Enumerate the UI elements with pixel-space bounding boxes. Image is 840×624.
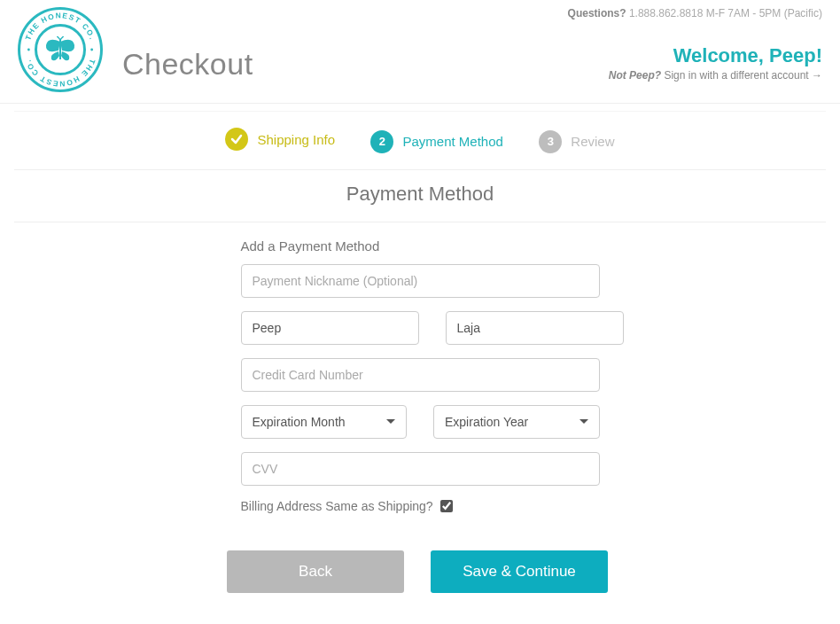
back-button[interactable]: Back bbox=[227, 550, 404, 593]
welcome-text: Welcome, Peep! bbox=[568, 44, 822, 67]
step-label: Shipping Info bbox=[257, 132, 335, 147]
brand-ring-text: THE HONEST CO. THE HONEST CO. bbox=[20, 10, 100, 90]
save-continue-button[interactable]: Save & Continue bbox=[431, 550, 608, 593]
header-right: Questions? 1.888.862.8818 M-F 7AM - 5PM … bbox=[568, 7, 822, 82]
expiration-month-select[interactable]: Expiration Month bbox=[241, 405, 408, 439]
svg-point-2 bbox=[27, 49, 30, 51]
billing-same-row: Billing Address Same as Shipping? bbox=[241, 499, 600, 513]
section-title: Payment Method bbox=[14, 170, 826, 222]
expiration-year-select[interactable]: Expiration Year bbox=[433, 405, 600, 439]
brand-logo[interactable]: THE HONEST CO. THE HONEST CO. bbox=[18, 7, 103, 92]
step-number: 3 bbox=[539, 130, 562, 153]
select-label: Expiration Year bbox=[445, 415, 528, 429]
svg-point-3 bbox=[90, 49, 93, 51]
questions-label: Questions? bbox=[568, 7, 626, 20]
form-subhead: Add a Payment Method bbox=[241, 238, 600, 254]
not-you-line: Not Peep? Sign in with a different accou… bbox=[568, 69, 822, 82]
payment-nickname-input[interactable] bbox=[241, 264, 600, 298]
select-label: Expiration Month bbox=[253, 415, 346, 429]
billing-same-label: Billing Address Same as Shipping? bbox=[241, 499, 433, 513]
step-complete-icon bbox=[225, 128, 248, 151]
step-shipping-info[interactable]: Shipping Info bbox=[225, 128, 335, 151]
page-title: Checkout bbox=[122, 47, 253, 82]
svg-text:THE HONEST CO.: THE HONEST CO. bbox=[23, 11, 97, 41]
step-label: Payment Method bbox=[402, 134, 502, 149]
not-you-prefix: Not Peep? bbox=[609, 69, 661, 82]
checkmark-icon bbox=[230, 133, 243, 145]
questions-info: 1.888.862.8818 M-F 7AM - 5PM (Pacific) bbox=[629, 7, 822, 20]
credit-card-input[interactable] bbox=[241, 358, 600, 392]
step-review: 3 Review bbox=[539, 130, 614, 153]
main-content: Payment Method Add a Payment Method Expi… bbox=[0, 170, 840, 625]
payment-form: Add a Payment Method Expiration Month Ex… bbox=[241, 238, 600, 513]
checkout-steps: Shipping Info 2 Payment Method 3 Review bbox=[14, 111, 826, 170]
svg-text:THE HONEST CO.: THE HONEST CO. bbox=[23, 58, 97, 88]
header: THE HONEST CO. THE HONEST CO. bbox=[0, 0, 840, 104]
step-payment-method[interactable]: 2 Payment Method bbox=[370, 130, 502, 153]
logo-wrap: THE HONEST CO. THE HONEST CO. bbox=[18, 7, 253, 92]
last-name-input[interactable] bbox=[446, 311, 624, 345]
chevron-down-icon bbox=[579, 419, 588, 424]
arrow-right-icon: → bbox=[812, 69, 822, 82]
questions-line: Questions? 1.888.862.8818 M-F 7AM - 5PM … bbox=[568, 7, 822, 20]
cvv-input[interactable] bbox=[241, 452, 600, 486]
step-label: Review bbox=[571, 134, 614, 149]
not-you-link[interactable]: Sign in with a different account bbox=[664, 69, 808, 82]
button-row: Back Save & Continue bbox=[227, 550, 613, 593]
step-number: 2 bbox=[370, 130, 393, 153]
billing-same-checkbox[interactable] bbox=[440, 500, 453, 512]
chevron-down-icon bbox=[386, 419, 395, 424]
first-name-input[interactable] bbox=[241, 311, 419, 345]
